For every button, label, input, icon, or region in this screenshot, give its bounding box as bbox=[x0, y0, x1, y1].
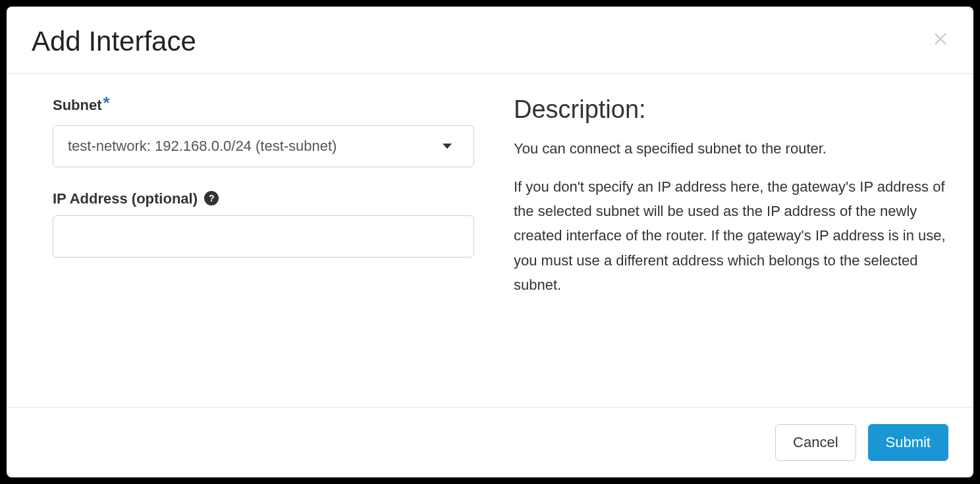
close-icon bbox=[931, 29, 950, 49]
subnet-group: Subnet* test-network: 192.168.0.0/24 (te… bbox=[53, 97, 474, 167]
description-text-1: You can connect a specified subnet to th… bbox=[514, 136, 948, 161]
description-heading: Description: bbox=[514, 97, 948, 122]
close-button[interactable] bbox=[927, 26, 954, 53]
ip-address-input[interactable] bbox=[53, 215, 474, 257]
ip-address-group: IP Address (optional) ? bbox=[53, 190, 474, 257]
subnet-select[interactable]: test-network: 192.168.0.0/24 (test-subne… bbox=[53, 125, 474, 167]
subnet-label-text: Subnet bbox=[53, 97, 102, 113]
add-interface-modal: Add Interface Subnet* test-network: 192.… bbox=[7, 7, 973, 477]
submit-button[interactable]: Submit bbox=[868, 424, 948, 461]
modal-footer: Cancel Submit bbox=[7, 407, 973, 477]
ip-address-label-text: IP Address (optional) bbox=[53, 190, 198, 207]
form-column: Subnet* test-network: 192.168.0.0/24 (te… bbox=[53, 97, 474, 383]
cancel-button[interactable]: Cancel bbox=[775, 424, 856, 461]
required-asterisk: * bbox=[103, 93, 110, 113]
ip-address-label: IP Address (optional) ? bbox=[53, 190, 219, 207]
modal-title: Add Interface bbox=[32, 26, 196, 57]
modal-body: Subnet* test-network: 192.168.0.0/24 (te… bbox=[7, 74, 973, 406]
subnet-label: Subnet* bbox=[53, 97, 110, 117]
subnet-select-wrapper: test-network: 192.168.0.0/24 (test-subne… bbox=[53, 125, 474, 167]
description-text-2: If you don't specify an IP address here,… bbox=[514, 175, 948, 298]
description-column: Description: You can connect a specified… bbox=[514, 97, 948, 383]
modal-header: Add Interface bbox=[7, 7, 973, 74]
help-icon[interactable]: ? bbox=[204, 191, 219, 205]
